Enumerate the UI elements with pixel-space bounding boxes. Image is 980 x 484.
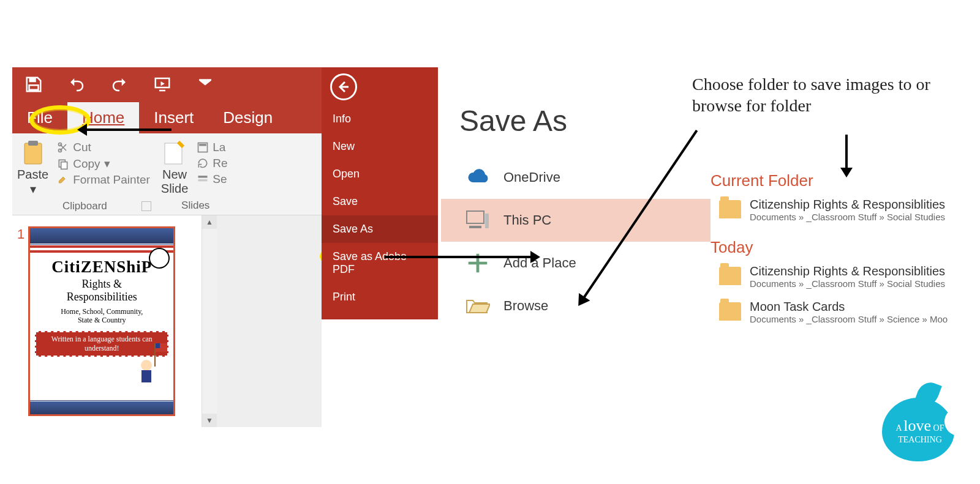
folder-icon (719, 267, 741, 285)
dialog-launcher-icon[interactable] (141, 201, 151, 211)
annotation-text: Choose folder to save images to or brows… (692, 73, 974, 116)
slide-number: 1 (17, 226, 24, 416)
back-arrow-icon (336, 80, 351, 94)
open-folder-icon (466, 296, 490, 316)
folder-item[interactable]: Citizenship Rights & ResponsiblitiesDocu… (710, 194, 980, 229)
flag-kid-icon (137, 342, 170, 385)
format-painter-button[interactable]: Format Painter (55, 172, 153, 188)
backstage-item-open[interactable]: Open (322, 160, 438, 188)
logo-a-love-of-teaching: A love OF TEACHING (873, 377, 965, 469)
undo-icon[interactable] (67, 75, 86, 94)
svg-rect-20 (469, 226, 481, 228)
tab-design[interactable]: Design (208, 102, 287, 133)
copy-button[interactable]: Copy ▾ (55, 155, 153, 172)
group-clipboard: Paste ▾ Cut Copy ▾ Format Painter Clipbo… (17, 140, 153, 212)
backstage-item-new[interactable]: New (322, 133, 438, 160)
scroll-up-icon[interactable]: ▲ (202, 215, 217, 229)
ribbon: Paste ▾ Cut Copy ▾ Format Painter Clipbo… (12, 133, 322, 215)
powerpoint-editor: File Home Insert Design Paste ▾ Cut Copy… (12, 67, 322, 427)
save-icon[interactable] (24, 75, 43, 94)
folder-icon (719, 302, 741, 321)
svg-rect-21 (485, 214, 489, 228)
backstage-item-save-as[interactable]: Save As (322, 215, 438, 243)
scroll-down-icon[interactable]: ▼ (202, 414, 217, 427)
section-today: Today (710, 238, 980, 257)
svg-rect-9 (165, 143, 182, 164)
group-label-clipboard: Clipboard (62, 200, 107, 212)
cut-button[interactable]: Cut (55, 140, 153, 155)
arrow-save-as-to-pane (385, 256, 532, 258)
svg-rect-15 (155, 343, 160, 348)
svg-point-17 (141, 360, 152, 371)
tab-file[interactable]: File (12, 102, 67, 133)
svg-rect-11 (199, 144, 206, 146)
slideshow-icon[interactable] (153, 75, 172, 94)
reset-button[interactable]: Re (194, 155, 230, 171)
folder-item[interactable]: Moon Task CardsDocuments » _Classroom St… (710, 296, 980, 332)
location-browse[interactable]: Browse (441, 285, 710, 327)
location-add-place[interactable]: Add a Place (441, 242, 710, 285)
svg-rect-12 (198, 176, 208, 177)
svg-rect-1 (29, 85, 39, 90)
quick-access-toolbar (12, 67, 322, 102)
svg-rect-0 (29, 78, 36, 83)
dropdown-caret-icon: ▾ (30, 182, 36, 196)
new-slide-button[interactable]: New Slide (161, 140, 188, 196)
svg-rect-13 (198, 179, 208, 181)
backstage-item-info[interactable]: Info (322, 105, 438, 133)
svg-rect-3 (24, 143, 42, 164)
svg-rect-19 (467, 211, 484, 223)
folder-list: Current Folder Citizenship Rights & Resp… (710, 171, 980, 332)
layout-button[interactable]: La (194, 140, 230, 155)
section-button[interactable]: Se (194, 171, 230, 187)
backstage-item-print[interactable]: Print (322, 283, 438, 311)
redo-icon[interactable] (110, 75, 129, 94)
seal-icon (149, 248, 170, 269)
paste-button[interactable]: Paste ▾ (17, 140, 48, 196)
backstage-menu: Info New Open Save Save As Save as Adobe… (322, 67, 438, 319)
thumbnail-scrollbar[interactable]: ▲ ▼ (202, 215, 217, 427)
folder-icon (719, 200, 741, 218)
back-button[interactable] (330, 73, 357, 100)
backstage-item-save[interactable]: Save (322, 188, 438, 215)
save-as-heading: Save As (441, 67, 710, 156)
slide-thumbnail-pane: 1 CitiZENShiP Rights & Responsibilities … (12, 215, 322, 427)
folder-item[interactable]: Citizenship Rights & ResponsiblitiesDocu… (710, 261, 980, 296)
svg-rect-8 (61, 162, 67, 169)
location-onedrive[interactable]: OneDrive (441, 156, 710, 199)
pc-icon (466, 210, 490, 231)
arrow-to-current-folder (845, 135, 848, 169)
backstage-item-save-pdf[interactable]: Save as Adobe PDF (322, 243, 438, 283)
qat-more-icon[interactable] (196, 75, 214, 94)
arrow-file-to-home (86, 128, 172, 131)
save-as-pane: Save As OneDrive This PC Add a Place Bro… (441, 67, 710, 327)
svg-rect-18 (141, 370, 151, 382)
group-label-slides: Slides (181, 199, 209, 212)
location-this-pc[interactable]: This PC (441, 199, 710, 242)
svg-rect-4 (28, 141, 38, 146)
cloud-icon (466, 167, 490, 188)
slide-thumbnail[interactable]: CitiZENShiP Rights & Responsibilities Ho… (28, 226, 175, 416)
group-slides: New Slide La Re Se Slides (161, 140, 230, 212)
